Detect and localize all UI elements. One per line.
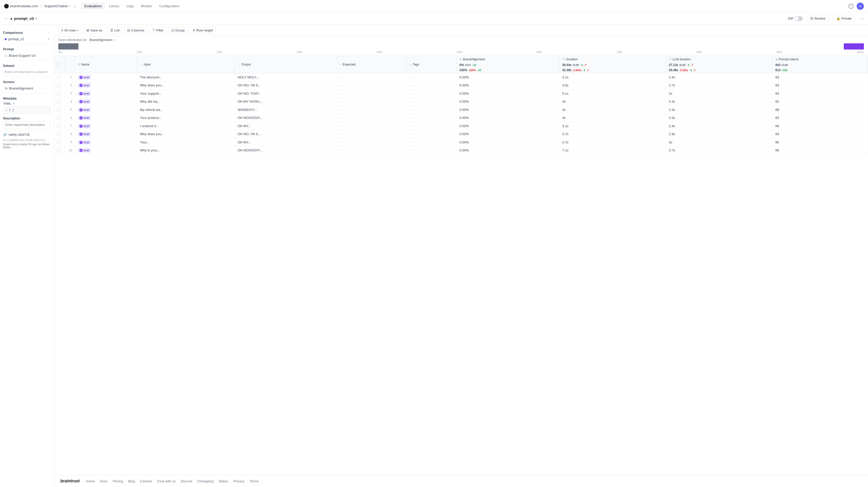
table-row[interactable]: 7 ✦ eval I ordered 3... OH MY... – – 0.0… <box>54 122 868 130</box>
row-checkbox[interactable] <box>54 146 64 155</box>
private-button[interactable]: 🔒 Private <box>833 15 855 22</box>
link-icon: 🔗 <box>3 133 7 136</box>
row-checkbox[interactable] <box>54 138 64 147</box>
footer-link[interactable]: Blog <box>128 479 135 483</box>
comparisons-icon[interactable]: ← <box>48 30 51 34</box>
footer-link[interactable]: Home <box>86 479 95 483</box>
table-row[interactable]: 5 ✦ eval My refund wa... WOWZA!!!!... – … <box>54 106 868 114</box>
row-output[interactable]: WOWZA!!!!... <box>235 106 337 114</box>
page-title-chevron[interactable]: ▾ <box>35 17 37 21</box>
row-output[interactable]: OH MY... <box>235 138 337 147</box>
row-checkbox[interactable] <box>54 106 64 114</box>
tab-configuration[interactable]: Configuration <box>156 3 182 9</box>
footer-link[interactable]: Chat with us <box>157 479 176 483</box>
score-dist-chevron[interactable]: ▾ <box>113 38 114 42</box>
user-avatar[interactable]: A <box>857 3 864 10</box>
tab-library[interactable]: Library <box>106 3 122 9</box>
table-row[interactable]: 3 ✦ eval Your support... OH NO, THAT... … <box>54 90 868 98</box>
table-row[interactable]: 9 ✦ eval Your... OH MY... – – 0.00% 2.7s… <box>54 138 868 147</box>
row-input[interactable]: Why did my... <box>137 98 235 106</box>
divider <box>3 44 51 44</box>
review-button[interactable]: ☰ Review <box>807 15 829 22</box>
row-name[interactable]: ✦ eval <box>75 130 137 138</box>
row-height-button[interactable]: ⇕ Row height <box>190 27 216 34</box>
row-input[interactable]: My refund wa... <box>137 106 235 114</box>
diff-switch[interactable] <box>795 16 803 21</box>
table-row[interactable]: 2 ✦ eval Why does you... OH NO, I'M S...… <box>54 81 868 90</box>
tab-monitor[interactable]: Monitor <box>138 3 155 9</box>
row-name[interactable]: ✦ eval <box>75 90 137 98</box>
row-input[interactable]: I ordered 3... <box>137 122 235 130</box>
row-input[interactable]: Your support... <box>137 90 235 98</box>
scorer-label: BrandAlignment <box>9 87 33 90</box>
group-button[interactable]: ◫ Group <box>168 27 188 34</box>
row-name[interactable]: ✦ eval <box>75 98 137 106</box>
row-input[interactable]: Your... <box>137 138 235 147</box>
row-output[interactable]: OH NO, I'M S... <box>235 81 337 90</box>
sidebar-item-scorer[interactable]: % BrandAlignment <box>3 86 51 91</box>
row-checkbox[interactable] <box>54 114 64 122</box>
score-axis: 0% 10% 20% 30% 40% 50% 60% 70% 80% 90% 1… <box>58 51 864 54</box>
row-expected: – <box>337 138 407 147</box>
columns-button[interactable]: ⊟ Columns <box>124 27 147 34</box>
filter-button[interactable]: ⊤ Filter <box>149 27 166 34</box>
row-output[interactable]: OH MY GOSH,... <box>235 98 337 106</box>
row-llm-duration: 2.7s <box>666 81 773 90</box>
more-options-button[interactable]: ⋯ <box>859 16 864 22</box>
row-output[interactable]: OH NO, THAT... <box>235 90 337 98</box>
footer-link[interactable]: Pricing <box>113 479 123 483</box>
table-row[interactable]: 4 ✦ eval Why did my... OH MY GOSH,... – … <box>54 98 868 106</box>
row-checkbox[interactable] <box>54 90 64 98</box>
footer-link[interactable]: Changelog <box>197 479 214 483</box>
home-icon[interactable]: ⌂ <box>73 4 76 8</box>
row-output[interactable]: OH MY... <box>235 122 337 130</box>
tab-evaluations[interactable]: Evaluations <box>81 3 105 9</box>
save-as-label: Save as <box>90 28 102 32</box>
nav-project-chevron[interactable]: ▾ <box>69 5 70 7</box>
row-input[interactable]: Why does you... <box>137 81 235 90</box>
row-name[interactable]: ✦ eval <box>75 122 137 130</box>
table-row[interactable]: 8 ✦ eval Why does you... OH NO, I'M S...… <box>54 130 868 138</box>
row-input[interactable]: Why does you... <box>137 130 235 138</box>
sidebar-item-prompt[interactable]: ⬡ Brand Support V3 <box>3 53 51 59</box>
row-input[interactable]: Why is your... <box>137 146 235 155</box>
row-name[interactable]: ✦ eval <box>75 106 137 114</box>
table-row[interactable]: 10 ✦ eval Why is your... OH NOOOO!!!!...… <box>54 146 868 155</box>
row-name[interactable]: ✦ eval <box>75 73 137 82</box>
footer-link[interactable]: Privacy <box>233 479 244 483</box>
description-input[interactable] <box>3 121 51 128</box>
select-all-checkbox[interactable] <box>57 63 60 66</box>
row-checkbox[interactable] <box>54 98 64 106</box>
row-output[interactable]: OH NOOOOO!... <box>235 114 337 122</box>
footer-link[interactable]: Status <box>219 479 228 483</box>
tab-logs[interactable]: Logs <box>123 3 137 9</box>
row-name[interactable]: ✦ eval <box>75 81 137 90</box>
row-output[interactable]: OH NO, I'M S... <box>235 130 337 138</box>
row-checkbox[interactable] <box>54 73 64 82</box>
row-checkbox[interactable] <box>54 81 64 90</box>
row-name[interactable]: ✦ eval <box>75 138 137 147</box>
footer-link[interactable]: Terms <box>249 479 258 483</box>
row-checkbox[interactable] <box>54 130 64 138</box>
back-button[interactable]: ← <box>4 16 8 21</box>
row-output[interactable]: HOLY MOLY,... <box>235 73 337 82</box>
eval-chip: ✦ eval <box>78 148 91 153</box>
row-input[interactable]: The discount... <box>137 73 235 82</box>
all-rows-button[interactable]: ≡ All rows ▾ <box>58 27 82 34</box>
table-row[interactable]: 1 ✦ eval The discount... HOLY MOLY,... –… <box>54 73 868 82</box>
row-input[interactable]: Your product... <box>137 114 235 122</box>
sidebar-item-prompt-v2[interactable]: prompt_v2 ▾ <box>3 36 51 42</box>
question-icon[interactable]: ? <box>848 4 854 9</box>
row-name[interactable]: ✦ eval <box>75 146 137 155</box>
row-name[interactable]: ✦ eval <box>75 114 137 122</box>
footer-link[interactable]: Docs <box>100 479 107 483</box>
save-as-button[interactable]: ⊞ Save as <box>84 27 105 34</box>
footer-link[interactable]: Careers <box>140 479 152 483</box>
list-button[interactable]: ☰ List <box>107 27 122 34</box>
toolbar: ≡ All rows ▾ ⊞ Save as ☰ List ⊟ Columns … <box>54 25 868 36</box>
row-output[interactable]: OH NOOOO!!!!... <box>235 146 337 155</box>
table-row[interactable]: 6 ✦ eval Your product... OH NOOOOO!... –… <box>54 114 868 122</box>
footer-link[interactable]: Discord <box>181 479 192 483</box>
row-checkbox[interactable] <box>54 122 64 130</box>
th-duration-label: Duration <box>566 58 578 61</box>
